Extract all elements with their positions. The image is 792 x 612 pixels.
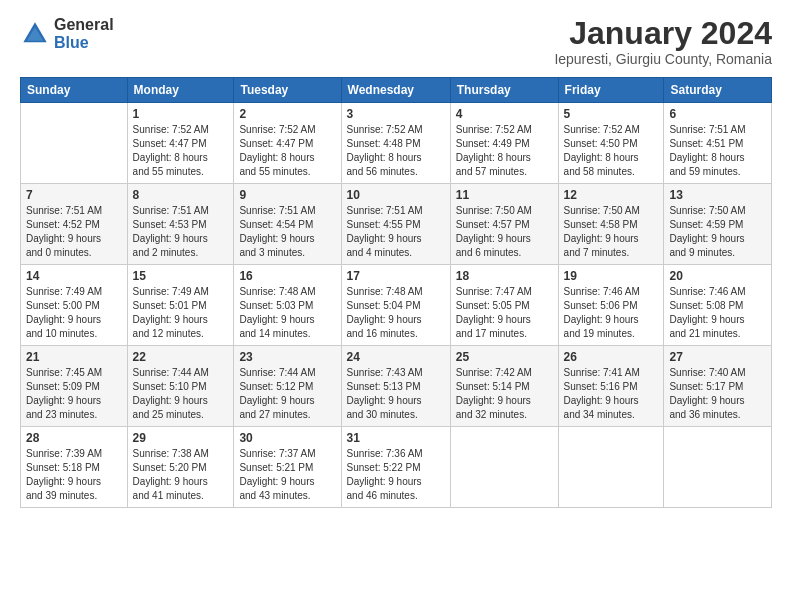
day-number: 27	[669, 350, 766, 364]
header: General Blue January 2024 Iepuresti, Giu…	[20, 16, 772, 67]
calendar-cell: 15Sunrise: 7:49 AMSunset: 5:01 PMDayligh…	[127, 265, 234, 346]
col-sunday: Sunday	[21, 78, 128, 103]
calendar-week-4: 21Sunrise: 7:45 AMSunset: 5:09 PMDayligh…	[21, 346, 772, 427]
day-number: 5	[564, 107, 659, 121]
month-title: January 2024	[554, 16, 772, 51]
calendar-cell: 7Sunrise: 7:51 AMSunset: 4:52 PMDaylight…	[21, 184, 128, 265]
calendar-cell: 4Sunrise: 7:52 AMSunset: 4:49 PMDaylight…	[450, 103, 558, 184]
calendar-cell: 23Sunrise: 7:44 AMSunset: 5:12 PMDayligh…	[234, 346, 341, 427]
calendar-week-1: 1Sunrise: 7:52 AMSunset: 4:47 PMDaylight…	[21, 103, 772, 184]
day-info: Sunrise: 7:41 AMSunset: 5:16 PMDaylight:…	[564, 366, 659, 422]
day-info: Sunrise: 7:51 AMSunset: 4:55 PMDaylight:…	[347, 204, 445, 260]
day-info: Sunrise: 7:46 AMSunset: 5:08 PMDaylight:…	[669, 285, 766, 341]
calendar-cell	[450, 427, 558, 508]
day-info: Sunrise: 7:47 AMSunset: 5:05 PMDaylight:…	[456, 285, 553, 341]
day-number: 21	[26, 350, 122, 364]
calendar-cell: 9Sunrise: 7:51 AMSunset: 4:54 PMDaylight…	[234, 184, 341, 265]
col-tuesday: Tuesday	[234, 78, 341, 103]
day-number: 6	[669, 107, 766, 121]
day-info: Sunrise: 7:52 AMSunset: 4:48 PMDaylight:…	[347, 123, 445, 179]
day-number: 17	[347, 269, 445, 283]
day-number: 11	[456, 188, 553, 202]
day-info: Sunrise: 7:45 AMSunset: 5:09 PMDaylight:…	[26, 366, 122, 422]
day-info: Sunrise: 7:37 AMSunset: 5:21 PMDaylight:…	[239, 447, 335, 503]
calendar-cell: 16Sunrise: 7:48 AMSunset: 5:03 PMDayligh…	[234, 265, 341, 346]
calendar-table: Sunday Monday Tuesday Wednesday Thursday…	[20, 77, 772, 508]
day-number: 23	[239, 350, 335, 364]
day-number: 3	[347, 107, 445, 121]
calendar-cell: 21Sunrise: 7:45 AMSunset: 5:09 PMDayligh…	[21, 346, 128, 427]
day-number: 14	[26, 269, 122, 283]
calendar-cell: 30Sunrise: 7:37 AMSunset: 5:21 PMDayligh…	[234, 427, 341, 508]
day-info: Sunrise: 7:38 AMSunset: 5:20 PMDaylight:…	[133, 447, 229, 503]
logo-text: General Blue	[54, 16, 114, 51]
day-info: Sunrise: 7:50 AMSunset: 4:57 PMDaylight:…	[456, 204, 553, 260]
day-info: Sunrise: 7:52 AMSunset: 4:47 PMDaylight:…	[239, 123, 335, 179]
day-number: 2	[239, 107, 335, 121]
location: Iepuresti, Giurgiu County, Romania	[554, 51, 772, 67]
calendar-week-5: 28Sunrise: 7:39 AMSunset: 5:18 PMDayligh…	[21, 427, 772, 508]
day-number: 1	[133, 107, 229, 121]
day-info: Sunrise: 7:49 AMSunset: 5:01 PMDaylight:…	[133, 285, 229, 341]
day-info: Sunrise: 7:51 AMSunset: 4:52 PMDaylight:…	[26, 204, 122, 260]
page: General Blue January 2024 Iepuresti, Giu…	[0, 0, 792, 612]
calendar-week-3: 14Sunrise: 7:49 AMSunset: 5:00 PMDayligh…	[21, 265, 772, 346]
title-block: January 2024 Iepuresti, Giurgiu County, …	[554, 16, 772, 67]
day-number: 12	[564, 188, 659, 202]
day-info: Sunrise: 7:51 AMSunset: 4:54 PMDaylight:…	[239, 204, 335, 260]
calendar-cell: 20Sunrise: 7:46 AMSunset: 5:08 PMDayligh…	[664, 265, 772, 346]
day-info: Sunrise: 7:50 AMSunset: 4:59 PMDaylight:…	[669, 204, 766, 260]
calendar-cell: 1Sunrise: 7:52 AMSunset: 4:47 PMDaylight…	[127, 103, 234, 184]
day-number: 15	[133, 269, 229, 283]
col-saturday: Saturday	[664, 78, 772, 103]
calendar-cell: 26Sunrise: 7:41 AMSunset: 5:16 PMDayligh…	[558, 346, 664, 427]
logo: General Blue	[20, 16, 114, 51]
day-info: Sunrise: 7:39 AMSunset: 5:18 PMDaylight:…	[26, 447, 122, 503]
day-number: 28	[26, 431, 122, 445]
day-number: 26	[564, 350, 659, 364]
calendar-cell	[558, 427, 664, 508]
day-info: Sunrise: 7:43 AMSunset: 5:13 PMDaylight:…	[347, 366, 445, 422]
logo-blue-text: Blue	[54, 34, 114, 52]
calendar-week-2: 7Sunrise: 7:51 AMSunset: 4:52 PMDaylight…	[21, 184, 772, 265]
day-info: Sunrise: 7:48 AMSunset: 5:04 PMDaylight:…	[347, 285, 445, 341]
calendar-header-row: Sunday Monday Tuesday Wednesday Thursday…	[21, 78, 772, 103]
calendar-cell: 3Sunrise: 7:52 AMSunset: 4:48 PMDaylight…	[341, 103, 450, 184]
day-number: 8	[133, 188, 229, 202]
calendar-cell: 5Sunrise: 7:52 AMSunset: 4:50 PMDaylight…	[558, 103, 664, 184]
calendar-cell: 18Sunrise: 7:47 AMSunset: 5:05 PMDayligh…	[450, 265, 558, 346]
calendar-cell: 6Sunrise: 7:51 AMSunset: 4:51 PMDaylight…	[664, 103, 772, 184]
day-info: Sunrise: 7:46 AMSunset: 5:06 PMDaylight:…	[564, 285, 659, 341]
day-number: 7	[26, 188, 122, 202]
calendar-cell: 22Sunrise: 7:44 AMSunset: 5:10 PMDayligh…	[127, 346, 234, 427]
day-number: 9	[239, 188, 335, 202]
calendar-cell: 25Sunrise: 7:42 AMSunset: 5:14 PMDayligh…	[450, 346, 558, 427]
calendar-cell: 19Sunrise: 7:46 AMSunset: 5:06 PMDayligh…	[558, 265, 664, 346]
day-number: 19	[564, 269, 659, 283]
day-number: 13	[669, 188, 766, 202]
day-info: Sunrise: 7:44 AMSunset: 5:10 PMDaylight:…	[133, 366, 229, 422]
day-info: Sunrise: 7:42 AMSunset: 5:14 PMDaylight:…	[456, 366, 553, 422]
calendar-cell: 31Sunrise: 7:36 AMSunset: 5:22 PMDayligh…	[341, 427, 450, 508]
day-number: 20	[669, 269, 766, 283]
day-number: 30	[239, 431, 335, 445]
col-thursday: Thursday	[450, 78, 558, 103]
calendar-cell	[21, 103, 128, 184]
day-number: 16	[239, 269, 335, 283]
logo-icon	[20, 19, 50, 49]
logo-general-text: General	[54, 16, 114, 34]
day-info: Sunrise: 7:51 AMSunset: 4:53 PMDaylight:…	[133, 204, 229, 260]
day-number: 4	[456, 107, 553, 121]
day-number: 25	[456, 350, 553, 364]
day-info: Sunrise: 7:52 AMSunset: 4:50 PMDaylight:…	[564, 123, 659, 179]
day-info: Sunrise: 7:36 AMSunset: 5:22 PMDaylight:…	[347, 447, 445, 503]
day-number: 24	[347, 350, 445, 364]
calendar-cell: 28Sunrise: 7:39 AMSunset: 5:18 PMDayligh…	[21, 427, 128, 508]
calendar-cell: 17Sunrise: 7:48 AMSunset: 5:04 PMDayligh…	[341, 265, 450, 346]
calendar-cell: 12Sunrise: 7:50 AMSunset: 4:58 PMDayligh…	[558, 184, 664, 265]
day-info: Sunrise: 7:52 AMSunset: 4:49 PMDaylight:…	[456, 123, 553, 179]
day-number: 22	[133, 350, 229, 364]
col-monday: Monday	[127, 78, 234, 103]
col-wednesday: Wednesday	[341, 78, 450, 103]
calendar-cell: 8Sunrise: 7:51 AMSunset: 4:53 PMDaylight…	[127, 184, 234, 265]
